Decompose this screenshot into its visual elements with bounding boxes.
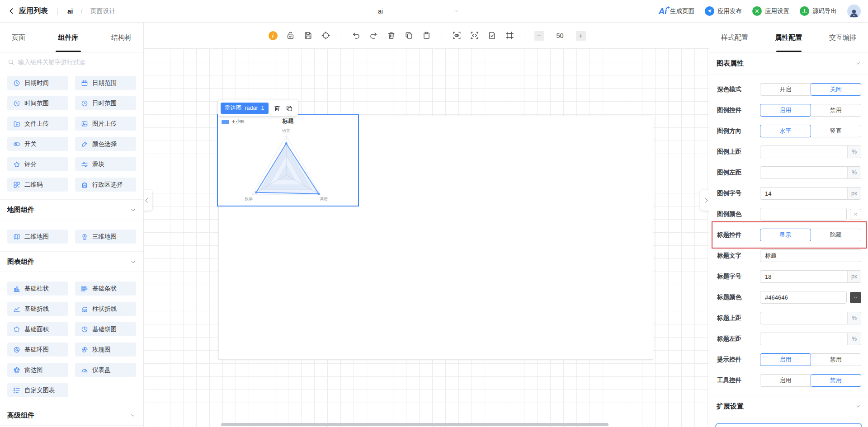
toolbar-redo-button[interactable] [368,30,380,42]
component-item-map-3d[interactable]: 三维地图 [75,230,136,244]
toolbar-undo-button[interactable] [350,30,362,42]
toggle-tool-control-option-0[interactable]: 启用 [760,374,811,387]
design-canvas[interactable]: 雷达图_radar_1 语文数学英语 王小明 标题 [144,49,709,427]
legend-left-unit-addon: % [847,167,861,178]
tab-pages[interactable]: 页面 [12,23,25,52]
chart-section-header[interactable]: 图表组件 [0,251,143,272]
delete-component-icon[interactable] [274,105,281,112]
component-item-star[interactable]: 评分 [7,157,68,171]
toggle-legend-direction-option-0[interactable]: 水平 [760,125,811,137]
page-selector-value: ai [378,8,383,15]
chart-properties-section-header[interactable]: 图表属性 [709,52,868,75]
toggle-dark-mode-option-0[interactable]: 开启 [760,83,811,96]
legend-left-input[interactable] [760,167,847,178]
component-item-map-2d[interactable]: 二维地图 [7,230,68,244]
title-font-size-input[interactable] [760,271,847,282]
legend-font-size-input-group: px [760,187,861,200]
toolbar-unlock-button[interactable] [285,30,297,42]
toggle-legend-control-option-1[interactable]: 禁用 [811,104,862,117]
toolbar-target-button[interactable] [320,30,332,42]
toolbar-preview-button[interactable] [451,30,463,42]
generate-page-button[interactable]: Ai生成页面 [659,7,694,15]
toolbar-trash-button[interactable] [386,30,397,42]
horizontal-scrollbar[interactable] [221,423,609,426]
component-item-custom-chart[interactable]: 自定义图表 [7,383,68,397]
title-text-input[interactable] [760,250,861,262]
component-item-clock-range[interactable]: 时间范围 [7,96,68,110]
toolbar-save-button[interactable] [302,30,314,42]
page-selector-dropdown[interactable]: ai [378,0,459,22]
copy-component-icon[interactable] [286,105,293,112]
prop-label-title-left: 标题左距 [717,335,760,343]
component-item-pie[interactable]: 基础饼图 [75,322,136,336]
toolbar-paste-button[interactable] [421,30,433,42]
map-section-header[interactable]: 地图组件 [0,199,143,220]
title-color-input[interactable] [760,291,846,303]
app-publish-button[interactable]: 应用发布 [705,6,742,16]
toolbar-copy-button[interactable] [403,30,415,42]
toggle-tooltip-control-option-0[interactable]: 启用 [760,353,811,366]
tab-structure-tree[interactable]: 结构树 [111,23,132,52]
canvas-collapse-right-handle[interactable] [700,190,709,211]
component-item-bar-line[interactable]: 柱状折线 [75,302,136,316]
component-item-line[interactable]: 基础折线 [7,302,68,316]
component-item-area[interactable]: 基础面积 [7,322,68,336]
component-item-gauge[interactable]: 仪表盘 [75,363,136,377]
zoom-in-button[interactable]: + [576,31,586,41]
legend-top-input[interactable] [760,146,847,158]
title-top-input[interactable] [760,312,847,324]
zoom-out-button[interactable]: − [534,31,544,41]
component-item-clock-day[interactable]: 日时范围 [75,96,136,110]
component-item-region[interactable]: 行政区选择 [75,178,136,192]
toggle-tool-control-option-1[interactable]: 禁用 [811,374,862,387]
toggle-title-control-option-0[interactable]: 显示 [760,229,811,241]
toggle-tooltip-control-option-1[interactable]: 禁用 [811,353,862,366]
svg-text:英语: 英语 [320,197,328,201]
prop-row-title-left: 标题左距% [717,333,861,345]
component-item-slider[interactable]: 滑块 [75,157,136,171]
component-item-bar[interactable]: 基础柱状 [7,282,68,296]
toggle-title-control-option-1[interactable]: 隐藏 [811,229,862,241]
toolbar-doc-check-button[interactable] [486,30,498,42]
search-input[interactable] [18,59,136,66]
legend-color-input[interactable] [760,208,846,220]
toggle-dark-mode-option-1[interactable]: 关闭 [811,83,862,96]
title-color-swatch-dropdown-button[interactable] [850,292,861,303]
component-item-bar-horizontal[interactable]: 基础条状 [75,282,136,296]
component-item-radar[interactable]: 雷达图 [7,363,68,377]
toggle-legend-control-option-0[interactable]: 启用 [760,104,811,117]
component-item-color-picker[interactable]: 颜色选择 [75,137,136,151]
toggle-legend-direction-option-1[interactable]: 竖直 [811,125,862,137]
toolbar-code-button[interactable] [469,30,481,42]
toolbar-frame-button[interactable] [504,30,516,42]
canvas-collapse-left-handle[interactable] [144,190,152,211]
legend-color-clear-button[interactable] [850,209,861,220]
title-left-input[interactable] [760,333,847,345]
title-text-input-group [760,249,861,262]
tab-components[interactable]: 组件库 [58,23,79,52]
extension-settings-section-header[interactable]: 扩展设置 [709,395,868,418]
toolbar-info-button[interactable]: i [267,30,279,42]
legend-font-size-input[interactable] [760,188,847,199]
back-chevron-icon[interactable] [8,8,15,14]
user-avatar[interactable] [847,5,861,18]
tab-interaction-config[interactable]: 交互编排 [829,23,856,52]
component-item-rose[interactable]: 玫瑰图 [75,343,136,357]
component-item-qrcode[interactable]: 二维码 [7,178,68,192]
component-item-image-upload[interactable]: 图片上传 [75,117,136,131]
tab-property-config[interactable]: 属性配置 [775,23,802,52]
source-export-button[interactable]: 源码导出 [800,6,837,16]
component-item-calendar[interactable]: 日期范围 [75,76,136,90]
app-settings-button[interactable]: 应用设置 [752,6,789,16]
radar-chart-component[interactable]: 语文数学英语 王小明 标题 [217,114,359,206]
back-to-app-list[interactable]: 应用列表 [19,6,48,16]
component-item-donut[interactable]: 基础环图 [7,343,68,357]
component-item-clock[interactable]: 日期时间 [7,76,68,90]
component-item-switch[interactable]: 开关 [7,137,68,151]
component-item-folder-upload[interactable]: 文件上传 [7,117,68,131]
advanced-section-header[interactable]: 高级组件 [0,405,143,426]
breadcrumb-app-name[interactable]: ai [67,7,73,15]
title-left-input-group: % [760,333,861,345]
action-label: 应用发布 [717,7,742,15]
tab-style-config[interactable]: 样式配置 [721,23,748,52]
